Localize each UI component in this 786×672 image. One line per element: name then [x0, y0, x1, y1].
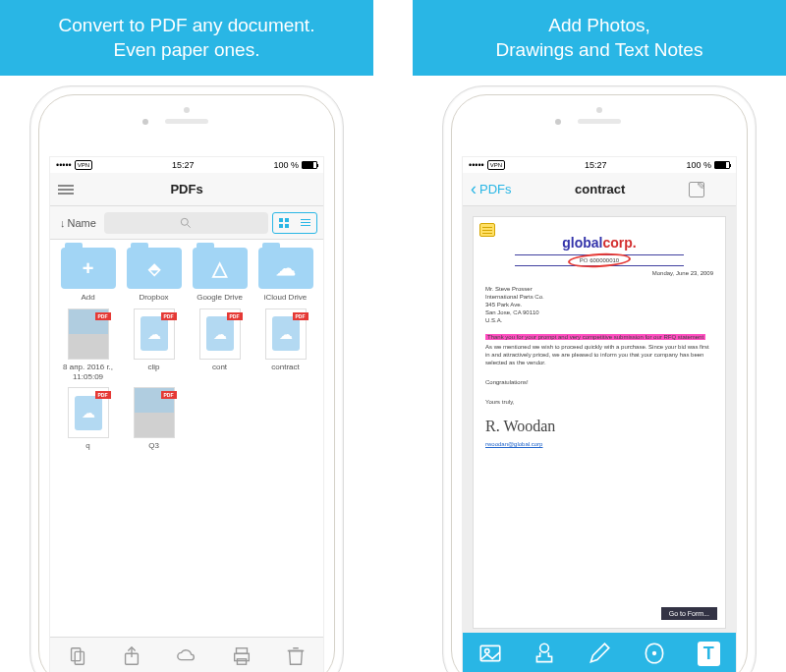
page-title: contract — [575, 182, 625, 196]
body-text: As we mentioned we wish to proceed quick… — [485, 344, 713, 366]
folder-google-drive[interactable]: △Google Drive — [190, 248, 250, 303]
carrier-label: VPN — [487, 160, 505, 170]
banner-left: Convert to PDF any document. Even paper … — [0, 0, 373, 76]
svg-rect-11 — [480, 646, 500, 661]
email-link[interactable]: rwoodan@global.corp — [485, 441, 713, 447]
document-canvas[interactable]: globalcorp. PO 600000010 Monday, June 23… — [463, 206, 736, 633]
edit-icon[interactable] — [689, 182, 704, 197]
cloud-icon[interactable] — [167, 642, 206, 671]
menu-icon[interactable] — [58, 183, 76, 196]
nav-bar: PDFs — [50, 173, 323, 206]
svg-rect-3 — [75, 651, 84, 664]
highlighted-text: Thank you for your prompt and very compe… — [485, 334, 705, 340]
banner-line: Convert to PDF any document. — [8, 14, 365, 38]
annotation-toolbar: T — [463, 633, 736, 672]
file-item[interactable]: PDFQ3 — [124, 387, 184, 451]
folder-add[interactable]: +Add — [58, 248, 118, 303]
file-grid[interactable]: +Add ⬘Dropbox △Google Drive ☁iCloud Driv… — [50, 240, 323, 637]
svg-rect-6 — [236, 648, 247, 654]
print-icon[interactable] — [222, 642, 261, 671]
file-item[interactable]: PDF☁clip — [124, 308, 184, 381]
file-item[interactable]: PDF8 апр. 2016 г., 11:05:09 — [58, 308, 118, 381]
status-bar: VPN 15:27 100 % — [463, 157, 736, 173]
grid-view-icon[interactable] — [273, 213, 295, 233]
search-icon — [179, 216, 193, 230]
list-view-icon[interactable] — [295, 213, 316, 233]
document-date: Monday, June 23, 2009 — [485, 270, 713, 276]
svg-point-0 — [182, 218, 189, 225]
po-number: PO 600000010 — [515, 254, 684, 266]
share-icon[interactable] — [112, 642, 151, 671]
svg-line-1 — [188, 225, 191, 228]
clock: 15:27 — [585, 160, 607, 170]
promo-panel-left: Convert to PDF any document. Even paper … — [0, 0, 373, 672]
svg-point-12 — [484, 649, 488, 653]
shape-icon[interactable] — [635, 639, 674, 668]
address-block: Mr. Steve Prosser International Parts Co… — [485, 286, 713, 324]
folder-dropbox[interactable]: ⬘Dropbox — [124, 248, 184, 303]
promo-panel-right: Add Photos, Drawings and Text Notes VPN … — [413, 0, 786, 672]
signal-icon — [56, 160, 72, 170]
stamp-icon[interactable] — [525, 639, 564, 668]
signal-icon — [469, 160, 484, 170]
sort-button[interactable]: ↓ Name — [56, 217, 100, 229]
battery-icon — [714, 161, 730, 169]
banner-line: Even paper ones. — [8, 38, 365, 63]
carrier-label: VPN — [75, 160, 92, 170]
screen-document-view: VPN 15:27 100 % ‹PDFs contract — [462, 156, 737, 672]
bottom-toolbar — [50, 637, 323, 672]
svg-point-13 — [540, 644, 549, 653]
banner-right: Add Photos, Drawings and Text Notes — [413, 0, 786, 76]
device-mockup: VPN 15:27 100 % ‹PDFs contract — [413, 76, 786, 672]
status-bar: VPN 15:27 100 % — [50, 157, 323, 173]
closing: Yours truly, — [485, 399, 713, 407]
document-logo: globalcorp. — [485, 235, 713, 251]
screen-pdfs-list: VPN 15:27 100 % PDFs ↓ Name — [49, 156, 324, 672]
clock: 15:27 — [172, 160, 195, 170]
svg-rect-8 — [237, 659, 246, 665]
device-mockup: VPN 15:27 100 % PDFs ↓ Name — [0, 76, 373, 672]
banner-line: Add Photos, — [421, 14, 778, 38]
trash-icon[interactable] — [276, 642, 315, 671]
page-title: PDFs — [170, 182, 202, 196]
goto-form-button[interactable]: Go to Form... — [661, 607, 717, 620]
search-input[interactable] — [104, 212, 268, 234]
folder-icloud[interactable]: ☁iCloud Drive — [255, 248, 315, 303]
battery-icon — [302, 161, 317, 169]
pencil-icon[interactable] — [580, 639, 619, 668]
banner-line: Drawings and Text Notes — [421, 38, 778, 63]
photo-icon[interactable] — [471, 639, 510, 668]
file-item[interactable]: PDF☁contract — [255, 308, 315, 381]
document-page[interactable]: globalcorp. PO 600000010 Monday, June 23… — [473, 216, 726, 629]
copy-icon[interactable] — [58, 642, 97, 671]
signature: R. Woodan — [485, 418, 713, 435]
svg-rect-2 — [71, 648, 80, 661]
file-item[interactable]: PDF☁cont — [190, 308, 250, 381]
battery-percent: 100 % — [686, 160, 711, 170]
view-toggle[interactable] — [272, 212, 317, 234]
file-item[interactable]: PDF☁q — [58, 387, 118, 451]
back-button[interactable]: ‹PDFs — [471, 179, 512, 199]
toolbar: ↓ Name — [50, 206, 323, 240]
text-tool-button[interactable]: T — [689, 639, 728, 668]
svg-point-14 — [651, 651, 655, 655]
nav-bar: ‹PDFs contract — [463, 173, 736, 206]
body-text: Congratulations! — [485, 379, 713, 387]
battery-percent: 100 % — [273, 160, 299, 170]
sticky-note-icon[interactable] — [479, 223, 495, 237]
